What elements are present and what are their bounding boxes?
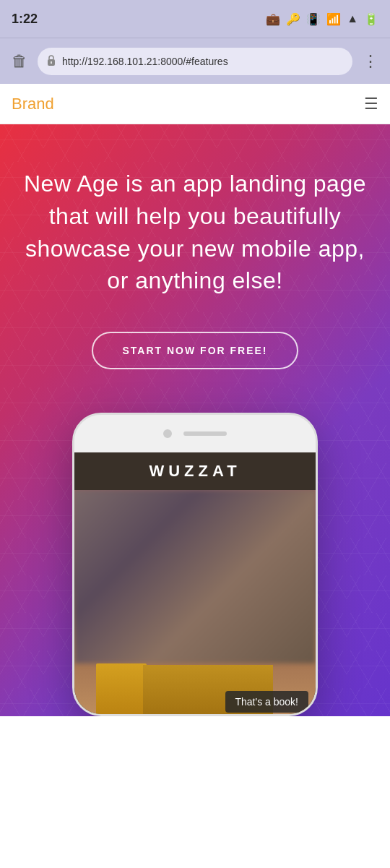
browser-bar: 🗑 http://192.168.101.21:8000/#features ⋮ <box>0 38 390 84</box>
phone-screen: WUZZAT That's a book! <box>74 452 316 716</box>
phone-top-bar <box>74 415 316 452</box>
cta-button[interactable]: START NOW FOR FREE! <box>92 332 298 369</box>
brand-label[interactable]: Brand <box>12 95 54 113</box>
phone-app-title: WUZZAT <box>149 462 240 481</box>
lock-icon <box>46 54 56 68</box>
phone-mockup-container: WUZZAT That's a book! <box>72 413 318 716</box>
briefcase-icon: 💼 <box>266 12 280 26</box>
key-icon: 🔑 <box>286 12 300 26</box>
phone-speaker <box>183 431 227 436</box>
phone-image-area: That's a book! <box>74 490 316 716</box>
url-text: http://192.168.101.21:8000/#features <box>62 56 344 67</box>
hero-title: New Age is an app landing page that will… <box>17 168 373 297</box>
nav-bar: Brand ☰ <box>0 84 390 124</box>
signal-icon: ▲ <box>347 12 358 25</box>
phone-caption-bar: That's a book! <box>225 691 309 713</box>
vibrate-icon: 📳 <box>306 12 321 26</box>
phone-people-bg <box>74 490 316 663</box>
phone-camera <box>163 429 172 438</box>
wifi-icon: 📶 <box>326 12 341 26</box>
browser-menu-icon[interactable]: ⋮ <box>358 48 383 75</box>
status-bar: 1:22 💼 🔑 📳 📶 ▲ 🔋 <box>0 0 390 38</box>
status-time: 1:22 <box>12 12 38 27</box>
hero-section: New Age is an app landing page that will… <box>0 124 390 716</box>
phone-caption-text: That's a book! <box>235 696 299 708</box>
hamburger-menu-icon[interactable]: ☰ <box>364 95 378 113</box>
status-icons: 💼 🔑 📳 📶 ▲ 🔋 <box>266 12 378 26</box>
url-bar[interactable]: http://192.168.101.21:8000/#features <box>38 48 352 75</box>
battery-icon: 🔋 <box>364 12 378 26</box>
phone-app-title-bar: WUZZAT <box>74 452 316 490</box>
phone-side-button-left <box>72 473 73 494</box>
trash-icon[interactable]: 🗑 <box>7 49 32 74</box>
phone-book-spine <box>96 663 147 716</box>
phone-side-button-right <box>317 473 318 509</box>
phone-mockup: WUZZAT That's a book! <box>72 413 318 716</box>
